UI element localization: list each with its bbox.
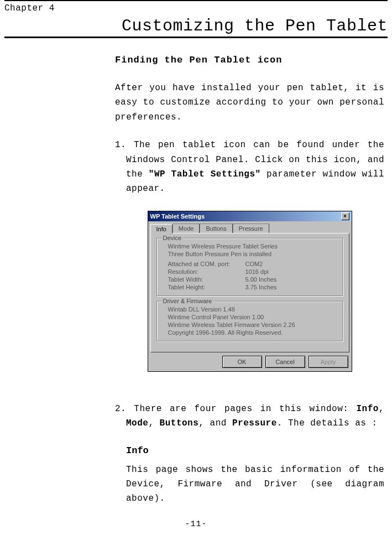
tab-pressure[interactable]: Pressure — [233, 224, 269, 233]
label-com-port: Attached at COM. port: — [168, 261, 245, 267]
value-width: 5.00 Inches — [245, 276, 277, 283]
device-line-1: Wintime Wireless Pressure Tablet Series — [168, 243, 337, 250]
device-row-height: Tablet Height:3.75 Inches — [168, 284, 337, 290]
apply-button[interactable]: Apply — [309, 356, 348, 368]
device-line-2: Three Button Pressure Pen is installed — [168, 251, 337, 257]
step-2-pressure: Pressure — [232, 418, 277, 428]
value-height: 3.75 Inches — [245, 284, 277, 290]
driver-group: Driver & Firmware Wintab DLL Version 1.4… — [156, 301, 343, 342]
dialog-screenshot: WP Tablet Settings × Info Mode Buttons P… — [115, 211, 384, 372]
step-2-info: Info — [356, 404, 378, 414]
label-width: Tablet Width: — [168, 276, 245, 283]
value-com-port: COM2 — [245, 261, 263, 267]
chapter-title: Customizing the Pen Tablet — [4, 17, 388, 38]
value-resolution: 1016 dpi — [245, 268, 269, 275]
wp-tablet-settings-dialog: WP Tablet Settings × Info Mode Buttons P… — [148, 211, 352, 372]
dialog-tabs: Info Mode Buttons Pressure — [148, 221, 352, 233]
heading-info: Info — [126, 445, 384, 456]
chapter-label: Chapter 4 — [4, 3, 388, 13]
device-group: Device Wintime Wireless Pressure Tablet … — [156, 238, 343, 297]
driver-line-2: Wintime Control Panel Version 1.00 — [168, 314, 337, 320]
heading-finding: Finding the Pen Tablet icon — [115, 55, 384, 65]
step-2-sep2: , — [148, 418, 159, 428]
driver-line-4: Copyright 1996-1999. All Rights Reserved… — [168, 329, 337, 336]
label-height: Tablet Height: — [168, 284, 245, 290]
tab-info[interactable]: Info — [150, 224, 173, 233]
driver-legend: Driver & Firmware — [161, 298, 214, 304]
step-1-bold: "WP Tablet Settings" — [149, 169, 261, 179]
step-2-mode: Mode — [126, 418, 148, 428]
device-row-port: Attached at COM. port:COM2 — [168, 261, 337, 267]
driver-line-3: Wintime Wireless Tablet Firmware Version… — [168, 321, 337, 328]
step-2-sep1: , — [379, 404, 384, 414]
dialog-button-row: OK Cancel Apply — [148, 356, 352, 371]
info-paragraph: This page shows the basic information of… — [126, 463, 384, 506]
dialog-titlebar: WP Tablet Settings × — [148, 211, 352, 221]
tab-buttons[interactable]: Buttons — [200, 224, 232, 233]
tab-panel-info: Device Wintime Wireless Pressure Tablet … — [150, 233, 349, 352]
page-number: -11- — [4, 520, 388, 529]
tab-mode[interactable]: Mode — [173, 224, 200, 233]
device-row-width: Tablet Width:5.00 Inches — [168, 276, 337, 283]
step-1: 1. The pen tablet icon can be found unde… — [115, 138, 384, 196]
ok-button[interactable]: OK — [222, 356, 262, 368]
device-row-res: Resolution:1016 dpi — [168, 268, 337, 275]
device-legend: Device — [161, 235, 184, 241]
label-resolution: Resolution: — [168, 268, 245, 275]
close-icon[interactable]: × — [341, 212, 349, 220]
step-2-sep3: , and — [198, 418, 232, 428]
intro-paragraph: After you have installed your pen tablet… — [115, 81, 384, 124]
step-2: 2. There are four pages in this window: … — [115, 402, 384, 431]
driver-line-1: Wintab DLL Version 1.48 — [168, 306, 337, 313]
dialog-title: WP Tablet Settings — [150, 213, 205, 220]
step-2-buttons: Buttons — [160, 418, 199, 428]
step-2-post: . The details as : — [277, 418, 378, 428]
cancel-button[interactable]: Cancel — [265, 356, 305, 368]
step-2-pre: 2. There are four pages in this window: — [115, 404, 356, 414]
